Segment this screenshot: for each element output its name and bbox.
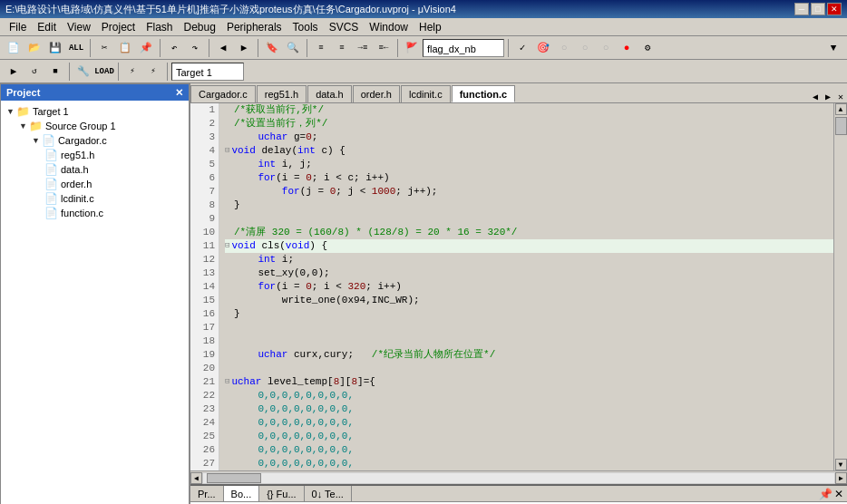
stop-build-button[interactable]: ■ xyxy=(45,62,65,82)
new-button[interactable]: 📄 xyxy=(4,38,24,58)
circle2-btn[interactable]: ○ xyxy=(575,38,595,58)
tree-item-target1[interactable]: ▼ 📁 Target 1 xyxy=(3,104,187,119)
debug4-btn[interactable]: ⚡ xyxy=(143,62,163,82)
tab-functionc[interactable]: function.c xyxy=(452,85,516,102)
code-line-10[interactable]: /*清屏 320 = (160/8) * (128/8) = 20 * 16 =… xyxy=(225,226,833,239)
rebuild-button[interactable]: ↺ xyxy=(24,62,44,82)
tab-close-all[interactable]: ✕ xyxy=(834,92,847,102)
fold-icon-11[interactable]: ⊟ xyxy=(225,239,229,253)
bottom-tab-func[interactable]: {} Fu... xyxy=(259,486,304,501)
code-line-13[interactable]: set_xy(0,0); xyxy=(225,267,833,280)
code-line-6[interactable]: for(i = 0; i < c; i++) xyxy=(225,171,833,185)
scroll-thumb[interactable] xyxy=(835,117,847,135)
tree-item-cargador[interactable]: ▼ 📄 Cargador.c xyxy=(3,133,187,148)
code-line-14[interactable]: for(i = 0; i < 320; i++) xyxy=(225,280,833,294)
tree-item-functionc[interactable]: 📄 function.c xyxy=(3,206,187,220)
code-line-21[interactable]: ⊟uchar level_temp[8][8]={ xyxy=(225,375,833,389)
circle3-btn[interactable]: ○ xyxy=(596,38,616,58)
debug2-button[interactable]: 🔧 xyxy=(73,62,93,82)
code-line-5[interactable]: int i, j; xyxy=(225,158,833,171)
bottom-tab-project[interactable]: Pr... xyxy=(190,486,224,501)
code-line-11[interactable]: ⊟void cls(void) { xyxy=(225,239,833,253)
indent-button[interactable]: →≡ xyxy=(353,38,373,58)
save-all-button[interactable]: ALL xyxy=(66,38,86,58)
scroll-h-track[interactable] xyxy=(202,472,835,484)
code-line-3[interactable]: uchar g=0; xyxy=(225,131,833,144)
code-line-16[interactable]: } xyxy=(225,307,833,321)
tab-datah[interactable]: data.h xyxy=(307,85,352,102)
menu-peripherals[interactable]: Peripherals xyxy=(221,20,287,34)
check-btn[interactable]: ✓ xyxy=(512,38,532,58)
target-btn[interactable]: 🎯 xyxy=(533,38,553,58)
tree-item-reg51[interactable]: 📄 reg51.h xyxy=(3,148,187,162)
scroll-down-arrow[interactable]: ▼ xyxy=(835,459,847,470)
maximize-button[interactable]: □ xyxy=(811,3,825,15)
code-line-1[interactable]: /*获取当前行,列*/ xyxy=(225,103,833,117)
nav-fwd-button[interactable]: ▶ xyxy=(234,38,254,58)
code-line-18[interactable] xyxy=(225,334,833,348)
tree-item-orderh[interactable]: 📄 order.h xyxy=(3,177,187,191)
scroll-up-arrow[interactable]: ▲ xyxy=(835,103,847,115)
code-line-19[interactable]: uchar curx,cury; /*纪录当前人物所在位置*/ xyxy=(225,348,833,362)
menu-debug[interactable]: Debug xyxy=(179,20,221,34)
code-line-2[interactable]: /*设置当前行，列*/ xyxy=(225,117,833,131)
fold-icon-21[interactable]: ⊟ xyxy=(225,375,229,389)
more-btn[interactable]: ▼ xyxy=(823,38,843,58)
code-line-15[interactable]: write_one(0x94,INC_WR); xyxy=(225,294,833,307)
gear-btn[interactable]: ⚙ xyxy=(638,38,657,58)
code-line-25[interactable]: 0,0,0,0,0,0,0,0, xyxy=(225,430,833,443)
paste-button[interactable]: 📌 xyxy=(136,38,156,58)
target-label[interactable]: Target 1 xyxy=(171,63,244,81)
copy-button[interactable]: 📋 xyxy=(115,38,135,58)
redo-button[interactable]: ↷ xyxy=(185,38,205,58)
build-output-pin[interactable]: 📌 xyxy=(819,488,832,500)
code-line-8[interactable]: } xyxy=(225,199,833,212)
menu-tools[interactable]: Tools xyxy=(287,20,324,34)
minimize-button[interactable]: ─ xyxy=(794,3,809,15)
open-button[interactable]: 📂 xyxy=(24,38,44,58)
scrollbar-horizontal[interactable]: ◀ ▶ xyxy=(190,470,847,484)
cut-button[interactable]: ✂ xyxy=(94,38,114,58)
menu-view[interactable]: View xyxy=(62,20,96,34)
menu-help[interactable]: Help xyxy=(414,20,447,34)
code-line-7[interactable]: for(j = 0; j < 1000; j++); xyxy=(225,185,833,199)
menu-project[interactable]: Project xyxy=(96,20,141,34)
scroll-h-thumb[interactable] xyxy=(207,473,261,483)
tab-reg51[interactable]: reg51.h xyxy=(257,85,307,102)
bookmark-button[interactable]: 🔖 xyxy=(262,38,282,58)
build-output-close[interactable]: ✕ xyxy=(834,488,843,500)
tree-item-lcdinitc[interactable]: 📄 lcdinit.c xyxy=(3,191,187,206)
load-btn[interactable]: LOAD xyxy=(94,62,114,82)
tree-item-datah[interactable]: 📄 data.h xyxy=(3,162,187,177)
build-button[interactable]: ▶ xyxy=(4,62,24,82)
align-left-button[interactable]: ≡ xyxy=(311,38,331,58)
project-close-button[interactable]: ✕ xyxy=(175,87,183,99)
undo-button[interactable]: ↶ xyxy=(164,38,184,58)
close-button[interactable]: ✕ xyxy=(827,3,842,15)
code-area[interactable]: /*获取当前行,列*/ /*设置当前行，列*/ uchar g=0;⊟void … xyxy=(219,103,833,470)
nav-back-button[interactable]: ◀ xyxy=(213,38,233,58)
code-line-9[interactable] xyxy=(225,212,833,226)
align-right-button[interactable]: ≡ xyxy=(332,38,352,58)
tab-lcdinitc[interactable]: lcdinit.c xyxy=(401,85,451,102)
menu-flash[interactable]: Flash xyxy=(141,20,178,34)
tab-orderh[interactable]: order.h xyxy=(353,85,400,102)
menu-window[interactable]: Window xyxy=(364,20,414,34)
fold-icon-4[interactable]: ⊟ xyxy=(225,144,229,158)
code-line-4[interactable]: ⊟void delay(int c) { xyxy=(225,144,833,158)
menu-svcs[interactable]: SVCS xyxy=(324,20,365,34)
scrollbar-vertical[interactable]: ▲ ▼ xyxy=(833,103,847,470)
circle1-btn[interactable]: ○ xyxy=(554,38,574,58)
debug3-btn[interactable]: ⚡ xyxy=(122,62,142,82)
find-button[interactable]: 🔍 xyxy=(283,38,303,58)
code-line-12[interactable]: int i; xyxy=(225,253,833,267)
code-line-20[interactable] xyxy=(225,362,833,375)
bottom-tab-templates[interactable]: 0↓ Te... xyxy=(305,486,352,501)
tab-cargador[interactable]: Cargador.c xyxy=(190,85,256,102)
scroll-left-arrow[interactable]: ◀ xyxy=(190,472,202,484)
code-line-26[interactable]: 0,0,0,0,0,0,0,0, xyxy=(225,443,833,457)
code-line-17[interactable] xyxy=(225,321,833,334)
flag-button[interactable]: 🚩 xyxy=(402,38,422,58)
code-line-24[interactable]: 0,0,0,0,0,0,0,0, xyxy=(225,416,833,430)
tree-item-sourcegroup1[interactable]: ▼ 📁 Source Group 1 xyxy=(3,119,187,133)
